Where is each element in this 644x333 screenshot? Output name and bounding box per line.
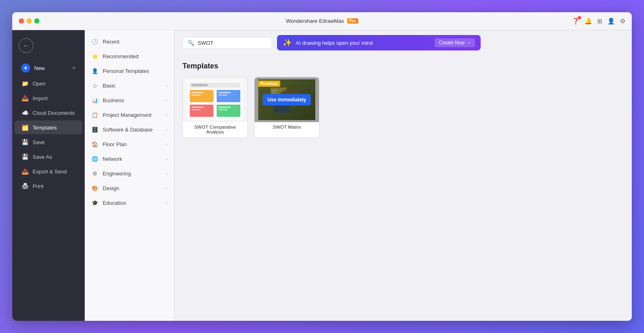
templates-area: Templates xyxy=(174,55,632,321)
middle-item-business[interactable]: 📊 Business › xyxy=(85,93,174,107)
personal-icon: 👤 xyxy=(91,67,99,74)
middle-sidebar: 🕐 Recent ⭐ Recommended 👤 Personal Templa… xyxy=(85,30,174,321)
ai-banner-text: AI drawing helps open your mind xyxy=(296,40,431,46)
middle-item-engineering[interactable]: ⚙ Engineering › xyxy=(85,166,174,181)
sidebar-top: ← xyxy=(12,34,85,57)
middle-item-project-label: Project Management xyxy=(103,112,152,118)
business-icon: 📊 xyxy=(91,96,99,104)
search-box[interactable]: 🔍 xyxy=(182,37,272,49)
close-button[interactable] xyxy=(19,18,24,24)
template-card-swot-comparative[interactable]: SWOT Comparative Analysis xyxy=(182,77,248,138)
notification-icon[interactable]: 🔔 xyxy=(585,18,592,25)
middle-item-basic[interactable]: ◇ Basic › xyxy=(85,78,174,93)
sidebar-item-save-label: Save xyxy=(33,139,45,145)
sidebar-item-save[interactable]: 💾 Save xyxy=(15,135,82,149)
sidebar-item-open[interactable]: 📁 Open xyxy=(15,77,82,90)
engineering-icon: ⚙ xyxy=(91,170,99,177)
middle-item-recommended-label: Recommended xyxy=(103,53,138,59)
template-thumb-swot-comparative xyxy=(183,77,247,122)
project-icon: 📋 xyxy=(91,111,99,118)
svg-rect-13 xyxy=(218,107,231,108)
sidebar-item-export[interactable]: 📤 Export & Send xyxy=(15,164,82,178)
middle-item-design-label: Design xyxy=(103,185,119,191)
templates-grid: SWOT Comparative Analysis Premium xyxy=(182,77,624,138)
sidebar-item-cloud[interactable]: ☁️ Cloud Documents xyxy=(15,106,82,120)
software-icon: 🗄️ xyxy=(91,126,99,133)
middle-item-personal[interactable]: 👤 Personal Templates xyxy=(85,64,174,78)
settings-icon[interactable]: ⚙ xyxy=(620,18,625,25)
help-icon[interactable]: ❓ xyxy=(572,18,580,25)
sidebar-item-import[interactable]: 📥 Import xyxy=(15,91,82,105)
create-now-button[interactable]: Create Now → xyxy=(435,38,475,47)
middle-item-recommended[interactable]: ⭐ Recommended xyxy=(85,49,174,64)
middle-item-recent-label: Recent xyxy=(103,39,119,45)
svg-rect-14 xyxy=(218,109,227,110)
app-title: Wondershare EdrawMax xyxy=(286,18,344,24)
middle-item-network[interactable]: 🌐 Network › xyxy=(85,151,174,166)
recommended-icon: ⭐ xyxy=(91,53,99,60)
engineering-chevron: › xyxy=(166,171,167,176)
sidebar-item-import-label: Import xyxy=(33,95,48,101)
cloud-icon: ☁️ xyxy=(21,109,29,116)
open-icon: 📁 xyxy=(21,80,29,87)
education-icon: 🎓 xyxy=(91,199,99,206)
middle-item-personal-label: Personal Templates xyxy=(103,68,149,74)
education-chevron: › xyxy=(166,201,167,205)
templates-title: Templates xyxy=(182,62,624,70)
network-chevron: › xyxy=(166,157,167,161)
middle-item-education-label: Education xyxy=(103,200,126,206)
sidebar-item-saveas-label: Save As xyxy=(33,154,52,160)
ai-icon: ✨ xyxy=(283,38,292,47)
top-bar: 🔍 ✨ AI drawing helps open your mind Crea… xyxy=(174,30,632,55)
title-bar-center: Wondershare EdrawMax Pro xyxy=(286,18,358,24)
middle-item-floorplan-label: Floor Plan xyxy=(103,141,127,147)
sidebar-item-new[interactable]: + New + xyxy=(15,60,82,76)
template-label-swot-comparative: SWOT Comparative Analysis xyxy=(183,122,247,138)
design-chevron: › xyxy=(166,186,167,191)
middle-item-project[interactable]: 📋 Project Management › xyxy=(85,107,174,122)
basic-icon: ◇ xyxy=(91,82,99,89)
design-icon: 🎨 xyxy=(91,184,99,192)
middle-item-software[interactable]: 🗄️ Software & Database › xyxy=(85,122,174,137)
middle-item-network-label: Network xyxy=(103,156,122,162)
svg-rect-10 xyxy=(218,94,227,96)
project-chevron: › xyxy=(166,113,167,117)
middle-item-design[interactable]: 🎨 Design › xyxy=(85,181,174,195)
middle-item-floorplan[interactable]: 🏠 Floor Plan › xyxy=(85,137,174,151)
sidebar-item-print-label: Print xyxy=(33,183,44,189)
svg-rect-3 xyxy=(190,90,213,102)
svg-rect-4 xyxy=(217,90,240,102)
middle-item-education[interactable]: 🎓 Education › xyxy=(85,195,174,210)
floorplan-chevron: › xyxy=(166,142,167,147)
maximize-button[interactable] xyxy=(34,18,40,24)
sidebar-item-saveas[interactable]: 💾 Save As xyxy=(15,150,82,164)
sidebar-item-templates[interactable]: 🗂️ Templates xyxy=(15,120,82,134)
templates-icon: 🗂️ xyxy=(21,124,29,131)
business-chevron: › xyxy=(166,98,167,103)
template-card-swot-matrix[interactable]: Premium xyxy=(254,77,319,138)
middle-item-software-label: Software & Database xyxy=(103,127,153,133)
search-input[interactable] xyxy=(198,40,267,46)
sidebar-item-cloud-label: Cloud Documents xyxy=(33,110,75,116)
minimize-button[interactable] xyxy=(26,18,32,24)
software-chevron: › xyxy=(166,127,167,132)
svg-rect-5 xyxy=(190,105,213,117)
save-icon: 💾 xyxy=(21,138,29,146)
main-layout: ← + New + 📁 Open 📥 Import ☁️ xyxy=(12,30,632,321)
person-icon[interactable]: 👤 xyxy=(607,18,615,25)
middle-item-recent[interactable]: 🕐 Recent xyxy=(85,34,174,49)
export-icon: 📤 xyxy=(21,168,29,175)
back-button[interactable]: ← xyxy=(19,38,33,53)
import-icon: 📥 xyxy=(21,94,29,102)
svg-rect-8 xyxy=(191,94,200,96)
floorplan-icon: 🏠 xyxy=(91,140,99,148)
window-controls xyxy=(19,18,40,24)
new-plus-icon: + xyxy=(72,64,76,72)
sidebar-item-export-label: Export & Send xyxy=(33,169,67,175)
use-immediately-button[interactable]: Use immediately xyxy=(263,94,311,105)
grid-icon[interactable]: ⊞ xyxy=(597,18,602,25)
saveas-icon: 💾 xyxy=(21,153,29,160)
sidebar-item-print[interactable]: 🖨️ Print xyxy=(15,179,82,193)
pro-badge: Pro xyxy=(347,18,358,24)
ai-banner[interactable]: ✨ AI drawing helps open your mind Create… xyxy=(277,35,481,50)
